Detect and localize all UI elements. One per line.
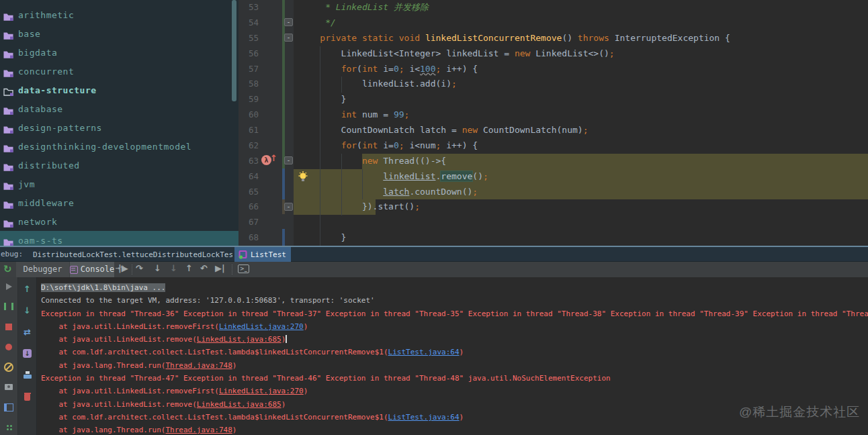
- next-occurrence-button[interactable]: ↓: [23, 306, 32, 315]
- clear-console-button[interactable]: [23, 392, 32, 401]
- line-number[interactable]: 68: [238, 230, 259, 246]
- mute-breakpoints-button[interactable]: [4, 362, 13, 371]
- text-caret: [286, 335, 287, 343]
- prev-occurrence-button[interactable]: ↑: [23, 285, 32, 293]
- step-into-button[interactable]: ↓: [154, 263, 161, 273]
- code-line-63[interactable]: new Thread(()->{: [294, 154, 868, 169]
- stack-trace-link[interactable]: LinkedList.java:270: [219, 322, 304, 331]
- fold-marker-icon[interactable]: -: [284, 18, 293, 26]
- stop-button[interactable]: [4, 322, 13, 331]
- more-options-button[interactable]: [4, 423, 13, 432]
- code-editor[interactable]: * LinkedList 并发移除 */ private static void…: [294, 0, 868, 246]
- tree-item-middleware[interactable]: middleware: [0, 193, 238, 212]
- line-number[interactable]: 53: [238, 0, 259, 15]
- project-tree-scrollbar[interactable]: [232, 0, 236, 101]
- tree-item-label: concurrent: [18, 66, 74, 77]
- thread-dump-button[interactable]: [4, 383, 13, 391]
- run-tab-label: DistributedLockTest.lettuceDistributedLo…: [33, 250, 232, 259]
- tree-item-label: middleware: [18, 198, 74, 208]
- line-number[interactable]: 63: [238, 154, 259, 169]
- tree-item-concurrent[interactable]: concurrent: [0, 62, 238, 81]
- tree-item-designthinking-developmentmodel[interactable]: designthinking-developmentmodel: [0, 137, 238, 156]
- code-line-58[interactable]: linkedList.add(i);: [294, 77, 868, 92]
- code-line-65[interactable]: latch.countDown();: [294, 185, 868, 200]
- tree-item-network[interactable]: network: [0, 212, 238, 231]
- tree-item-oam-s-ts[interactable]: oam-s-ts: [0, 231, 238, 246]
- console-line: at java.util.LinkedList.removeFirst(Link…: [41, 385, 868, 397]
- pause-button[interactable]: [4, 302, 13, 311]
- folder-icon: [3, 218, 13, 226]
- console-line: at java.util.LinkedList.removeFirst(Link…: [41, 320, 868, 333]
- stack-trace-link[interactable]: Thread.java:748: [165, 361, 232, 370]
- step-out-button[interactable]: ↑: [185, 263, 193, 273]
- line-number[interactable]: 66: [238, 199, 259, 215]
- run-to-cursor-button[interactable]: ▶|: [215, 263, 225, 273]
- line-number[interactable]: 54: [238, 15, 259, 31]
- tree-item-base[interactable]: base: [0, 24, 238, 43]
- code-line-64[interactable]: linkedList.remove();: [294, 169, 868, 185]
- code-line-61[interactable]: CountDownLatch latch = new CountDownLatc…: [294, 123, 868, 138]
- code-line-60[interactable]: int num = 99;: [294, 107, 868, 123]
- run-tab-distributedlocktest[interactable]: DistributedLockTest.lettuceDistributedLo…: [26, 247, 232, 262]
- console-line: D:\soft\jdk\1.8\bin\java ...: [41, 281, 868, 294]
- code-line-66[interactable]: }).start();: [294, 199, 868, 215]
- editor-gutter[interactable]: 53545556575859606162636465666768 ---- λ …: [238, 0, 294, 246]
- show-execution-point-button[interactable]: |▶: [118, 263, 128, 273]
- step-over-button[interactable]: ↷: [136, 263, 143, 273]
- line-number[interactable]: 55: [238, 31, 259, 46]
- print-button[interactable]: [23, 371, 32, 379]
- lambda-breakpoint-icon[interactable]: λ ↑: [261, 154, 279, 166]
- line-number[interactable]: 58: [238, 77, 259, 92]
- tree-item-bigdata[interactable]: bigdata: [0, 43, 238, 62]
- tree-item-label: jvm: [18, 179, 35, 189]
- intention-bulb-icon[interactable]: [298, 171, 308, 185]
- code-line-56[interactable]: LinkedList<Integer> linkedList = new Lin…: [294, 46, 868, 62]
- run-tab-listtest[interactable]: ListTest: [234, 247, 291, 262]
- line-number[interactable]: 56: [238, 46, 259, 62]
- line-number[interactable]: 59: [238, 92, 259, 107]
- restore-layout-button[interactable]: [4, 403, 13, 412]
- stack-trace-link[interactable]: ListTest.java:64: [388, 413, 460, 422]
- code-line-54[interactable]: */: [294, 15, 868, 31]
- fold-marker-icon[interactable]: -: [284, 203, 293, 211]
- fold-marker-icon[interactable]: -: [284, 34, 293, 42]
- code-line-57[interactable]: for(int i=0; i<100; i++) {: [294, 62, 868, 77]
- stack-trace-link[interactable]: Thread.java:748: [165, 426, 232, 434]
- line-number[interactable]: 67: [238, 215, 259, 230]
- line-numbers: 53545556575859606162636465666768: [238, 0, 259, 246]
- tree-item-label: database: [18, 104, 63, 114]
- run-button[interactable]: [4, 282, 13, 291]
- stack-trace-link[interactable]: ListTest.java:64: [388, 348, 460, 356]
- force-step-into-button[interactable]: ↓: [170, 263, 177, 273]
- scroll-to-end-button[interactable]: ↓: [23, 349, 32, 358]
- line-number[interactable]: 60: [238, 107, 259, 123]
- fold-marker-icon[interactable]: -: [284, 156, 293, 164]
- stack-trace-link[interactable]: LinkedList.java:270: [219, 387, 304, 395]
- stack-trace-link[interactable]: LinkedList.java:685: [197, 400, 281, 409]
- line-number[interactable]: 57: [238, 62, 259, 77]
- tree-item-arithmetic[interactable]: arithmetic: [0, 5, 238, 24]
- code-line-62[interactable]: for(int i=0; i<num; i++) {: [294, 138, 868, 154]
- code-line-55[interactable]: private static void linkedListConcurrent…: [294, 31, 868, 46]
- line-number[interactable]: 62: [238, 138, 259, 154]
- evaluate-expression-button[interactable]: >_: [238, 264, 249, 273]
- drop-frame-button[interactable]: ↶: [200, 263, 208, 273]
- tree-item-jvm[interactable]: jvm: [0, 175, 238, 193]
- tree-item-database[interactable]: database: [0, 99, 238, 118]
- tree-item-design-patterns[interactable]: design-patterns: [0, 118, 238, 137]
- console-line: Exception in thread "Thread-47" Exceptio…: [41, 372, 868, 385]
- soft-wrap-button[interactable]: ⇄: [23, 328, 32, 336]
- view-breakpoints-button[interactable]: [4, 342, 13, 351]
- line-number[interactable]: 61: [238, 123, 259, 138]
- code-line-68[interactable]: }: [294, 230, 868, 246]
- folder-icon: [3, 11, 13, 19]
- tree-item-data-structure[interactable]: data-structure: [0, 81, 238, 99]
- line-number[interactable]: 64: [238, 169, 259, 185]
- code-line-67[interactable]: [294, 215, 868, 230]
- tree-item-distributed[interactable]: distributed: [0, 156, 238, 175]
- code-line-59[interactable]: }: [294, 92, 868, 107]
- stack-trace-link[interactable]: LinkedList.java:685: [197, 335, 281, 344]
- code-line-53[interactable]: * LinkedList 并发移除: [294, 0, 868, 15]
- line-number[interactable]: 65: [238, 185, 259, 200]
- toolbar-separator: [132, 264, 132, 275]
